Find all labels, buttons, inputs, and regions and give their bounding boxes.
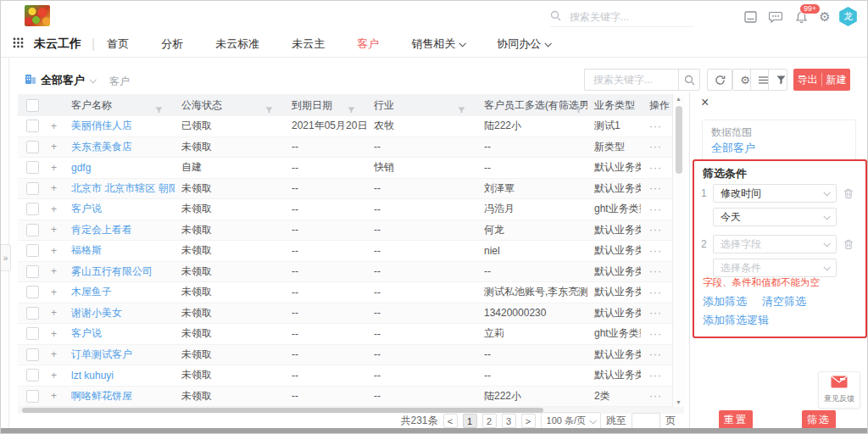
view-selector[interactable]: 全部客户 bbox=[41, 73, 95, 88]
nav-item-sales[interactable]: 销售相关 bbox=[411, 36, 465, 52]
filter-field-select-2[interactable]: 选择字段 bbox=[713, 235, 837, 253]
row-checkbox[interactable] bbox=[26, 161, 39, 174]
row-more-button[interactable]: ··· bbox=[641, 203, 672, 215]
filter-funnel-icon[interactable] bbox=[769, 70, 787, 90]
delete-filter-icon[interactable] bbox=[843, 239, 854, 250]
customer-name-link[interactable]: 福格斯 bbox=[71, 244, 102, 256]
notes-icon[interactable] bbox=[743, 10, 758, 24]
sidebar-expander[interactable]: » bbox=[1, 244, 11, 271]
row-more-button[interactable]: ··· bbox=[641, 141, 672, 153]
filter-value-select-1[interactable]: 今天 bbox=[713, 208, 837, 226]
list-search-button[interactable] bbox=[678, 69, 700, 91]
row-expand-button[interactable]: + bbox=[47, 370, 64, 381]
page-button-3[interactable]: 3 bbox=[502, 414, 516, 428]
row-expand-button[interactable]: + bbox=[47, 328, 64, 340]
row-checkbox[interactable] bbox=[26, 224, 39, 236]
customer-name-link[interactable]: gdfg bbox=[71, 162, 91, 174]
row-more-button[interactable]: ··· bbox=[641, 224, 672, 236]
row-checkbox[interactable] bbox=[26, 327, 39, 340]
row-checkbox[interactable] bbox=[26, 390, 39, 403]
row-checkbox[interactable] bbox=[26, 203, 39, 215]
row-expand-button[interactable]: + bbox=[47, 224, 64, 236]
row-more-button[interactable]: ··· bbox=[641, 287, 672, 298]
row-more-button[interactable]: ··· bbox=[641, 265, 672, 277]
row-expand-button[interactable]: + bbox=[47, 348, 64, 360]
customer-name-link[interactable]: 肯定会上看看 bbox=[71, 224, 132, 236]
scroll-up-icon[interactable]: ▲ bbox=[676, 96, 682, 102]
filter-funnel-icon[interactable] bbox=[348, 105, 355, 113]
row-expand-button[interactable]: + bbox=[47, 182, 64, 194]
filter-condition-select-2[interactable]: 选择条件 bbox=[713, 259, 837, 277]
clear-filter-link[interactable]: 清空筛选 bbox=[762, 294, 806, 309]
filter-field-select-1[interactable]: 修改时间 bbox=[713, 184, 837, 203]
row-expand-button[interactable]: + bbox=[47, 162, 64, 174]
row-checkbox[interactable] bbox=[26, 182, 39, 195]
add-filter-link[interactable]: 添加筛选 bbox=[703, 294, 747, 309]
messages-icon[interactable] bbox=[768, 10, 783, 24]
nav-item-collaboration[interactable]: 协同办公 bbox=[497, 36, 550, 52]
nav-item-home[interactable]: 首页 bbox=[107, 36, 129, 52]
close-icon[interactable]: × bbox=[701, 96, 709, 109]
next-page-button[interactable]: > bbox=[521, 414, 536, 428]
row-expand-button[interactable]: + bbox=[47, 141, 64, 153]
filter-funnel-icon[interactable] bbox=[265, 105, 273, 113]
customer-name-link[interactable]: 关东煮美食店 bbox=[71, 141, 132, 153]
global-search-input[interactable] bbox=[568, 10, 673, 24]
filter-funnel-icon[interactable] bbox=[458, 105, 465, 113]
apply-filter-button[interactable]: 筛选 bbox=[802, 410, 836, 429]
page-size-select[interactable]: 100 条/页 bbox=[541, 412, 601, 430]
jump-page-input[interactable] bbox=[632, 413, 660, 429]
row-checkbox[interactable] bbox=[26, 348, 39, 361]
reset-button[interactable]: 重置 bbox=[719, 410, 753, 429]
row-more-button[interactable]: ··· bbox=[641, 328, 672, 340]
nav-item-standard[interactable]: 未云标准 bbox=[215, 36, 259, 52]
column-header-employee[interactable]: 客户员工多选(有筛选男) bbox=[477, 98, 587, 113]
select-all-checkbox[interactable] bbox=[26, 99, 39, 112]
row-checkbox[interactable] bbox=[26, 265, 39, 278]
row-checkbox[interactable] bbox=[26, 369, 39, 381]
list-search-box[interactable] bbox=[584, 69, 679, 91]
delete-filter-icon[interactable] bbox=[843, 188, 854, 199]
page-button-2[interactable]: 2 bbox=[482, 414, 497, 428]
app-grid-icon[interactable] bbox=[13, 36, 24, 52]
export-button[interactable]: 导出 bbox=[793, 73, 821, 87]
row-expand-button[interactable]: + bbox=[47, 245, 64, 257]
column-header-type[interactable]: 业务类型 bbox=[587, 98, 641, 113]
customer-name-link[interactable]: lzt kuhuyi bbox=[71, 370, 114, 381]
customer-name-link[interactable]: 北京市 北京市辖区 朝阳区 bbox=[71, 182, 175, 194]
settings-gear-icon[interactable]: ⚙ bbox=[817, 10, 832, 24]
nav-item-main[interactable]: 未云主 bbox=[292, 36, 325, 52]
row-expand-button[interactable]: + bbox=[47, 390, 64, 402]
feedback-button[interactable]: 意见反馈 bbox=[818, 371, 860, 409]
page-button-1[interactable]: 1 bbox=[463, 414, 477, 428]
row-more-button[interactable]: ··· bbox=[641, 182, 672, 194]
row-more-button[interactable]: ··· bbox=[641, 370, 672, 381]
row-expand-button[interactable]: + bbox=[47, 120, 64, 132]
column-header-industry[interactable]: 行业 bbox=[367, 98, 477, 113]
column-header-date[interactable]: 到期日期 bbox=[285, 98, 367, 113]
customer-name-link[interactable]: 美丽俏佳人店 bbox=[71, 120, 132, 131]
customer-name-link[interactable]: 谢谢小美女 bbox=[71, 307, 122, 319]
prev-page-button[interactable]: < bbox=[443, 414, 458, 428]
row-checkbox[interactable] bbox=[26, 120, 39, 132]
row-expand-button[interactable]: + bbox=[47, 203, 64, 215]
customer-name-link[interactable]: 客户说 bbox=[71, 327, 102, 339]
row-more-button[interactable]: ··· bbox=[641, 245, 672, 257]
column-settings-gear-icon[interactable]: ⚙ bbox=[733, 70, 751, 90]
data-scope-value-link[interactable]: 全部客户 bbox=[711, 141, 755, 156]
row-checkbox[interactable] bbox=[26, 307, 39, 320]
customer-name-link[interactable]: 客户说 bbox=[71, 203, 102, 214]
customer-name-link[interactable]: 订单测试客户 bbox=[71, 348, 132, 360]
row-checkbox[interactable] bbox=[26, 141, 39, 153]
filter-funnel-icon[interactable] bbox=[155, 105, 163, 113]
scroll-down-icon[interactable]: ▼ bbox=[676, 399, 682, 405]
list-view-icon[interactable] bbox=[751, 70, 769, 90]
vertical-scrollbar-thumb[interactable] bbox=[676, 106, 682, 174]
row-expand-button[interactable]: + bbox=[47, 307, 64, 319]
row-checkbox[interactable] bbox=[26, 244, 39, 257]
row-more-button[interactable]: ··· bbox=[641, 390, 672, 402]
row-checkbox[interactable] bbox=[26, 286, 39, 298]
column-header-status[interactable]: 公海状态 bbox=[175, 98, 285, 113]
row-more-button[interactable]: ··· bbox=[641, 348, 672, 360]
customer-name-link[interactable]: 啊咯鲜花饼屋 bbox=[71, 390, 132, 402]
